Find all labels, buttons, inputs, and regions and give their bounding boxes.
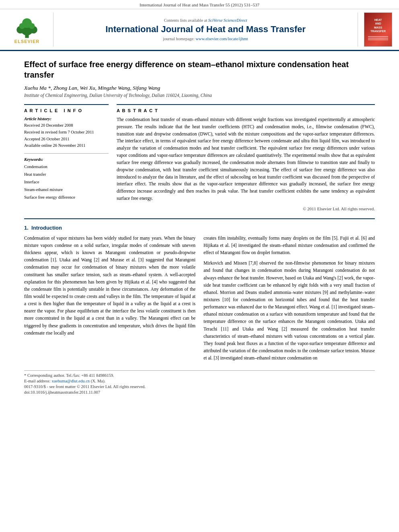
elsevier-tree-icon: [11, 16, 43, 40]
available-date: Available online 26 November 2011: [24, 142, 109, 149]
elsevier-logo: ELSEVIER: [11, 16, 43, 44]
abstract-text: The condensation heat transfer of steam–…: [117, 116, 375, 202]
intro-text-left: Condensation of vapor mixtures has been …: [24, 234, 195, 337]
elsevier-logo-area: ELSEVIER: [5, 12, 49, 47]
intro-text-right: creates film instability, eventually for…: [204, 234, 375, 256]
copyright-notice: © 2011 Elsevier Ltd. All rights reserved…: [117, 206, 375, 211]
article-info-panel: A R T I C L E I N F O Article history: R…: [24, 104, 109, 211]
keywords-list: Condensation Heat transfer Interface Ste…: [24, 163, 109, 201]
article-history-label: Article history:: [24, 116, 109, 121]
journal-title-area: Contents lists available at SciVerse Sci…: [53, 12, 358, 47]
accepted-date: Accepted 26 October 2011: [24, 136, 109, 143]
svg-point-5: [19, 23, 25, 29]
article-dates: Received 20 December 2008 Received in re…: [24, 122, 109, 149]
paper-affiliation: Institute of Chemical Engineering, Dalia…: [24, 93, 375, 98]
email-link[interactable]: xuehuma@dlut.edu.cn: [51, 379, 90, 383]
info-divider: [24, 153, 109, 154]
keyword-2: Heat transfer: [24, 171, 109, 179]
elsevier-wordmark: ELSEVIER: [14, 39, 39, 44]
intro-body: Condensation of vapor mixtures has been …: [24, 234, 375, 365]
paper-content: Effect of surface free energy difference…: [0, 51, 399, 404]
footnote-corresponding: * Corresponding author. Tel./fax: +86 41…: [24, 373, 375, 378]
journal-homepage: journal homepage: www.elsevier.com/locat…: [163, 37, 248, 41]
keyword-5: Surface free energy difference: [24, 194, 109, 201]
intro-right-col: creates film instability, eventually for…: [204, 234, 375, 365]
svg-point-6: [29, 23, 35, 29]
journal-header: ELSEVIER Contents lists available at Sci…: [0, 9, 399, 51]
journal-citation-text: International Journal of Heat and Mass T…: [140, 2, 259, 7]
intro-text-right-2: Mirkovich and Missen [7,8] observed the …: [204, 259, 375, 362]
journal-title: International Journal of Heat and Mass T…: [105, 24, 306, 35]
paper-title: Effect of surface free energy difference…: [24, 59, 375, 80]
article-info-heading: A R T I C L E I N F O: [24, 108, 109, 113]
journal-citation-bar: International Journal of Heat and Mass T…: [0, 0, 399, 9]
received-date: Received 20 December 2008: [24, 122, 109, 129]
journal-cover-area: HEAT AND MASS TRANSFER: [362, 12, 394, 47]
footnote-doi: doi:10.1016/j.ijheatmasstransfer.2011.11…: [24, 390, 375, 394]
cover-decorative-lines: [368, 35, 388, 41]
revised-date: Received in revised form 7 October 2011: [24, 129, 109, 136]
homepage-link[interactable]: www.elsevier.com/locate/ijhmt: [195, 37, 248, 41]
intro-section-heading: 1. Introduction: [24, 225, 62, 231]
article-meta-row: A R T I C L E I N F O Article history: R…: [24, 104, 375, 211]
intro-section-title-row: 1. Introduction: [24, 225, 375, 231]
journal-cover-image: HEAT AND MASS TRANSFER: [364, 12, 392, 47]
abstract-heading: A B S T R A C T: [117, 108, 375, 113]
sciverse-link[interactable]: SciVerse ScienceDirect: [208, 18, 247, 23]
keyword-3: Interface: [24, 179, 109, 186]
section-divider: [24, 218, 375, 219]
footnote-issn: 0017-9310/$ - see front matter © 2011 El…: [24, 384, 375, 389]
abstract-panel: A B S T R A C T The condensation heat tr…: [117, 104, 375, 211]
keywords-label: Keywords:: [24, 157, 109, 162]
footnotes: * Corresponding author. Tel./fax: +86 41…: [24, 370, 375, 394]
paper-authors: Xuehu Ma *, Zhong Lan, Wei Xu, Mingzhe W…: [24, 85, 375, 91]
intro-left-col: Condensation of vapor mixtures has been …: [24, 234, 195, 365]
footnote-email: E-mail address: xuehuma@dlut.edu.cn (X. …: [24, 379, 375, 383]
cover-title-text: HEAT AND MASS TRANSFER: [370, 18, 386, 33]
keyword-1: Condensation: [24, 163, 109, 171]
sciverse-line: Contents lists available at SciVerse Sci…: [164, 18, 247, 23]
keyword-4: Steam-ethanol mixture: [24, 186, 109, 194]
